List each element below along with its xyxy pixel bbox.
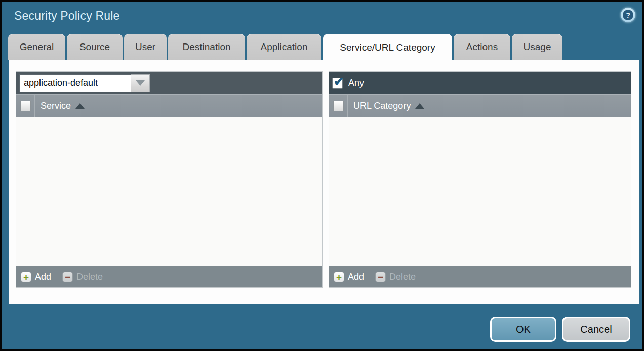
tab-general[interactable]: General [8,34,65,60]
url-category-add-button[interactable]: + Add [334,272,364,282]
url-category-column-header[interactable]: URL Category [348,95,424,117]
tab-user[interactable]: User [124,34,167,60]
service-table-header: Service [16,95,322,117]
url-category-select-all-cell [329,95,348,117]
tab-content-sheet: Service + Add − Delete Any U [9,60,639,304]
service-toolbar [16,72,322,95]
service-column-header[interactable]: Service [35,95,85,117]
tab-application[interactable]: Application [247,34,321,60]
sort-ascending-icon [75,103,85,109]
service-table-body[interactable] [16,117,322,266]
url-category-column-label: URL Category [353,101,411,111]
url-category-toolbar: Any [329,72,631,95]
url-category-delete-label: Delete [389,272,416,282]
url-category-delete-button[interactable]: − Delete [375,272,416,282]
help-icon[interactable]: ? [621,8,635,22]
cancel-button[interactable]: Cancel [562,317,630,342]
tab-usage[interactable]: Usage [512,34,562,60]
any-checkbox-label: Any [348,78,364,89]
service-mode-input[interactable] [19,74,131,92]
url-category-add-label: Add [348,272,364,282]
tab-source[interactable]: Source [67,34,123,60]
any-checkbox[interactable] [332,78,343,89]
service-add-button[interactable]: + Add [21,272,51,282]
plus-icon: + [334,272,344,282]
service-mode-dropdown[interactable] [19,74,150,92]
chevron-down-icon [136,80,145,86]
service-footer: + Add − Delete [16,266,322,287]
minus-icon: − [62,272,73,282]
plus-icon: + [21,272,31,282]
sort-ascending-icon [415,103,424,109]
service-panel: Service + Add − Delete [16,71,323,288]
service-add-label: Add [35,272,51,282]
service-column-label: Service [41,101,71,111]
url-category-select-all-checkbox[interactable] [333,101,344,111]
url-category-table-header: URL Category [329,95,631,117]
url-category-table-body[interactable] [329,117,631,266]
question-mark-icon: ? [623,10,633,20]
service-delete-label: Delete [76,272,103,282]
dialog-title: Security Policy Rule [14,9,120,23]
url-category-footer: + Add − Delete [329,266,631,287]
url-category-panel: Any URL Category + Add − Delete [329,71,631,288]
tab-service-url-category[interactable]: Service/URL Category [323,34,452,61]
tab-destination[interactable]: Destination [168,34,245,60]
ok-button[interactable]: OK [490,317,556,342]
tab-actions[interactable]: Actions [454,34,510,60]
service-delete-button[interactable]: − Delete [62,272,103,282]
tab-bar: General Source User Destination Applicat… [8,34,562,61]
service-mode-dropdown-button[interactable] [131,74,150,92]
minus-icon: − [375,272,386,282]
service-select-all-cell [16,95,35,117]
service-select-all-checkbox[interactable] [20,101,31,111]
